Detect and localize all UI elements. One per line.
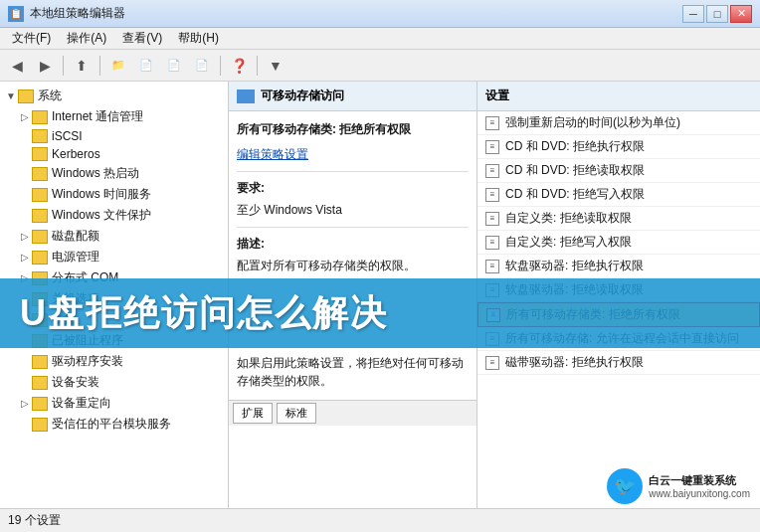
middle-divider-1 [237, 171, 469, 172]
toolbar-sep-2 [99, 56, 100, 76]
folder-icon-iscsi [32, 129, 48, 143]
tree-label-diskquota: 磁盘配额 [52, 228, 99, 245]
tree-label-iscsi: iSCSI [52, 129, 83, 143]
tree-expand-system[interactable]: ▼ [4, 89, 18, 103]
right-item-icon-10: ≡ [485, 356, 499, 370]
folder-icon-system [18, 89, 34, 103]
tab-standard[interactable]: 标准 [277, 403, 316, 424]
middle-tab-bar: 扩展 标准 [229, 400, 476, 426]
right-item-label-1: CD 和 DVD: 拒绝执行权限 [505, 138, 645, 155]
minimize-button[interactable]: ─ [682, 5, 704, 23]
tree-label-powermgmt: 电源管理 [52, 249, 99, 266]
tree-expand-powermgmt[interactable]: ▷ [18, 251, 32, 265]
title-bar-text: 本地组策略编辑器 [30, 5, 682, 22]
tree-expand-extra4[interactable]: ▷ [18, 397, 32, 411]
menu-bar: 文件(F) 操作(A) 查看(V) 帮助(H) [0, 28, 760, 50]
toolbar-btn-5[interactable]: 📄 [189, 54, 215, 78]
folder-icon-extra5 [32, 418, 48, 432]
app-icon: 📋 [8, 6, 24, 22]
back-button[interactable]: ◀ [4, 54, 30, 78]
right-item-3[interactable]: ≡ CD 和 DVD: 拒绝写入权限 [477, 183, 760, 207]
maximize-button[interactable]: □ [706, 5, 728, 23]
tree-item-internet[interactable]: ▷ Internet 通信管理 [14, 106, 228, 127]
tree-item-diskquota[interactable]: ▷ 磁盘配额 [14, 226, 228, 247]
description-text: 配置对所有可移动存储类的权限。 [237, 257, 469, 274]
toolbar-sep-1 [63, 56, 64, 76]
tree-label-system: 系统 [38, 88, 62, 104]
watermark-line2: www.baiyunxitong.com [649, 488, 750, 499]
menu-view[interactable]: 查看(V) [114, 28, 170, 49]
status-bar: 19 个设置 [0, 508, 760, 532]
tree-item-hotstart[interactable]: Windows 热启动 [14, 163, 228, 184]
tree-item-powermgmt[interactable]: ▷ 电源管理 [14, 247, 228, 267]
watermark-text: 白云一键重装系统 www.baiyunxitong.com [649, 473, 750, 499]
tree-item-system[interactable]: ▼ 系统 [0, 86, 228, 106]
tree-label-extra5: 受信任的平台模块服务 [52, 416, 171, 433]
tree-item-iscsi[interactable]: ▷ iSCSI [14, 127, 228, 145]
right-item-icon-3: ≡ [485, 188, 499, 202]
menu-action[interactable]: 操作(A) [59, 28, 114, 49]
menu-help[interactable]: 帮助(H) [170, 28, 227, 49]
title-bar: 📋 本地组策略编辑器 ─ □ ✕ [0, 0, 760, 28]
toolbar-btn-4[interactable]: 📄 [161, 54, 187, 78]
requirement-title: 要求: [237, 180, 469, 197]
middle-folder-icon [237, 89, 255, 103]
edit-policy-link[interactable]: 编辑策略设置 [237, 147, 308, 161]
right-item-1[interactable]: ≡ CD 和 DVD: 拒绝执行权限 [477, 135, 760, 159]
right-item-0[interactable]: ≡ 强制重新启动的时间(以秒为单位) [477, 111, 760, 135]
policy-name: 所有可移动存储类: 拒绝所有权限 [237, 121, 469, 138]
tree-item-extra4[interactable]: ▷ 设备重定向 [14, 393, 228, 414]
description-title: 描述: [237, 236, 469, 253]
right-item-icon-2: ≡ [485, 164, 499, 178]
folder-icon-extra2 [32, 355, 48, 369]
folder-icon-extra4 [32, 397, 48, 411]
up-button[interactable]: ⬆ [69, 54, 95, 78]
tree-label-extra4: 设备重定向 [52, 395, 111, 412]
middle-divider-2 [237, 227, 469, 228]
close-button[interactable]: ✕ [730, 5, 752, 23]
right-item-label-10: 磁带驱动器: 拒绝执行权限 [505, 354, 644, 371]
right-item-label-3: CD 和 DVD: 拒绝写入权限 [505, 186, 645, 203]
tree-item-extra5[interactable]: 受信任的平台模块服务 [14, 414, 228, 435]
folder-icon-internet [32, 110, 48, 124]
right-item-icon-6: ≡ [485, 260, 499, 273]
right-item-icon-0: ≡ [485, 116, 499, 130]
folder-icon-diskquota [32, 230, 48, 244]
right-item-label-5: 自定义类: 拒绝写入权限 [505, 234, 632, 251]
bottom-text: 如果启用此策略设置，将拒绝对任何可移动存储类型的权限。 [237, 354, 469, 390]
menu-file[interactable]: 文件(F) [4, 28, 59, 49]
tab-expand[interactable]: 扩展 [233, 403, 273, 424]
twitter-bird-icon: 🐦 [607, 468, 643, 504]
right-item-6[interactable]: ≡ 软盘驱动器: 拒绝执行权限 [477, 255, 760, 278]
tree-label-fileprotect: Windows 文件保护 [52, 207, 151, 224]
middle-bottom-content: 如果启用此策略设置，将拒绝对任何可移动存储类型的权限。 [229, 344, 476, 400]
watermark-line1: 白云一键重装系统 [649, 473, 750, 488]
tree-label-timeservice: Windows 时间服务 [52, 186, 151, 203]
help-button[interactable]: ❓ [226, 54, 252, 78]
toolbar-btn-3[interactable]: 📄 [133, 54, 159, 78]
tree-item-timeservice[interactable]: Windows 时间服务 [14, 184, 228, 205]
right-header: 设置 [477, 82, 760, 111]
tree-item-fileprotect[interactable]: Windows 文件保护 [14, 205, 228, 226]
right-item-10[interactable]: ≡ 磁带驱动器: 拒绝执行权限 [477, 351, 760, 375]
right-item-2[interactable]: ≡ CD 和 DVD: 拒绝读取权限 [477, 159, 760, 183]
watermark: 🐦 白云一键重装系统 www.baiyunxitong.com [607, 468, 750, 504]
filter-button[interactable]: ▼ [263, 54, 288, 78]
toolbar: ◀ ▶ ⬆ 📁 📄 📄 📄 ❓ ▼ [0, 50, 760, 82]
right-item-5[interactable]: ≡ 自定义类: 拒绝写入权限 [477, 231, 760, 255]
tree-item-kerberos[interactable]: ▷ Kerberos [14, 145, 228, 163]
middle-header-text: 可移动存储访问 [261, 88, 344, 104]
tree-item-extra3[interactable]: 设备安装 [14, 372, 228, 393]
tree-item-extra2[interactable]: 驱动程序安装 [14, 351, 228, 372]
folder-icon-fileprotect [32, 209, 48, 223]
middle-header: 可移动存储访问 [229, 82, 476, 111]
forward-button[interactable]: ▶ [32, 54, 58, 78]
window-controls: ─ □ ✕ [682, 5, 752, 23]
banner-overlay: U盘拒绝访问怎么解决 [0, 278, 760, 348]
right-item-4[interactable]: ≡ 自定义类: 拒绝读取权限 [477, 207, 760, 231]
requirement-text: 至少 Windows Vista [237, 201, 469, 219]
show-standard-folders-button[interactable]: 📁 [105, 54, 131, 78]
tree-expand-diskquota[interactable]: ▷ [18, 230, 32, 244]
right-item-icon-5: ≡ [485, 236, 499, 250]
tree-expand-internet[interactable]: ▷ [18, 110, 32, 124]
